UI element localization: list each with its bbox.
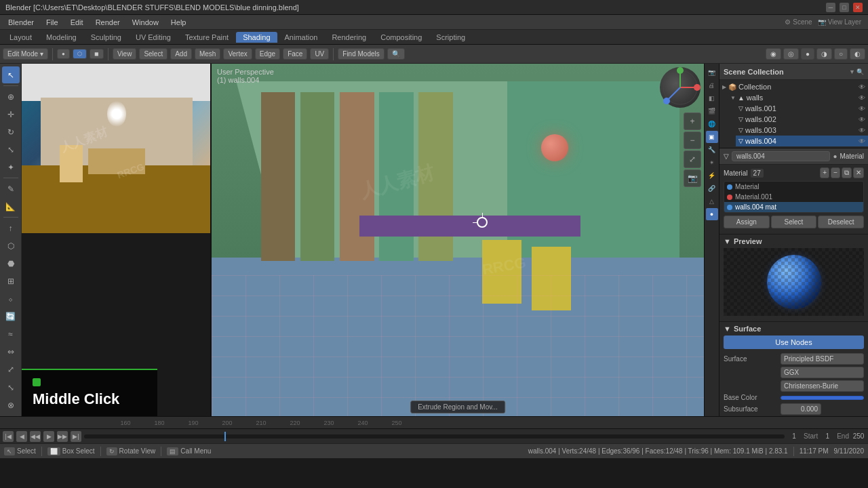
tool-cursor[interactable]: ⊕ <box>2 88 20 105</box>
collapse-preview-icon[interactable]: ▼ <box>724 237 731 245</box>
tool-smooth[interactable]: ≈ <box>2 326 20 343</box>
add-menu-btn[interactable]: Add <box>170 48 192 60</box>
walls001-visibility[interactable]: 👁 <box>859 105 865 113</box>
tool-loop-cut[interactable]: ⊞ <box>2 273 20 290</box>
mesh-menu-btn[interactable]: Mesh <box>195 48 220 60</box>
mat-slot-active[interactable]: walls.004 mat <box>724 202 863 212</box>
xray-btn[interactable]: ◎ <box>783 48 799 60</box>
outliner-item-walls003[interactable]: ▽ walls.003 👁 <box>736 125 868 136</box>
3d-viewport[interactable]: User Perspective (1) walls.004 <box>212 64 704 416</box>
face-menu-btn[interactable]: Face <box>283 48 307 60</box>
mat-slot-1[interactable]: Material.001 <box>724 192 863 202</box>
tool-poly-build[interactable]: ⬦ <box>2 291 20 308</box>
select-btn[interactable]: Select <box>771 216 817 228</box>
tool-select[interactable]: ↖ <box>2 66 20 83</box>
tool-inset[interactable]: ⬡ <box>2 237 20 254</box>
particle-props-btn[interactable]: ✴ <box>706 157 718 169</box>
toggle-camera-btn[interactable]: 📷 <box>684 169 701 187</box>
visibility-icon[interactable]: 👁 <box>859 83 865 91</box>
output-props-btn[interactable]: 🖨 <box>706 79 718 92</box>
vertex-mode-btn[interactable]: ● <box>57 49 70 59</box>
outliner-item-walls002[interactable]: ▽ walls.002 👁 <box>736 114 868 125</box>
select-menu-btn[interactable]: Select <box>139 48 167 60</box>
remove-material-btn[interactable]: − <box>831 167 840 178</box>
outliner-item-walls[interactable]: ▼ ▲ walls 👁 <box>728 92 868 103</box>
zoom-fit-btn[interactable]: ⤢ <box>684 150 701 168</box>
start-frame[interactable]: 1 <box>821 432 834 440</box>
tool-rip[interactable]: ⊗ <box>2 396 20 413</box>
collection-item-scene[interactable]: ▶ 📦 Collection 👁 <box>719 81 868 92</box>
menu-window[interactable]: Window <box>127 17 164 28</box>
walls004-visibility[interactable]: 👁 <box>859 138 865 145</box>
play-btn[interactable]: ▶ <box>43 431 54 442</box>
data-props-btn[interactable]: △ <box>706 195 718 207</box>
object-name-field[interactable]: walls.004 <box>732 151 830 161</box>
tab-modeling[interactable]: Modeling <box>39 32 83 43</box>
surface-type-value[interactable]: Principled BSDF <box>781 353 864 365</box>
close-button[interactable]: ✕ <box>853 3 863 12</box>
zoom-in-btn[interactable]: + <box>684 113 701 130</box>
current-frame[interactable]: 1 <box>787 432 801 440</box>
material-props-btn[interactable]: ● <box>706 208 718 220</box>
jump-end-btn[interactable]: ▶| <box>71 431 81 442</box>
walls002-visibility[interactable]: 👁 <box>859 116 865 123</box>
uv-menu-btn[interactable]: UV <box>310 48 329 60</box>
tool-shear[interactable]: ⤡ <box>2 379 20 396</box>
shading-solid-btn[interactable]: ● <box>801 48 814 60</box>
overlay-btn[interactable]: ◉ <box>766 48 781 60</box>
find-models-btn[interactable]: Find Models <box>338 48 384 60</box>
outliner-item-walls001[interactable]: ▽ walls.001 👁 <box>736 103 868 114</box>
tool-scale[interactable]: ⤡ <box>2 141 20 158</box>
jump-back-btn[interactable]: ◀ <box>16 431 27 442</box>
menu-render[interactable]: Render <box>90 17 125 28</box>
zoom-out-btn[interactable]: − <box>684 131 701 149</box>
paste-material-btn[interactable]: ✕ <box>853 167 864 178</box>
timeline-track[interactable] <box>84 434 785 439</box>
add-material-btn[interactable]: + <box>820 167 829 178</box>
edge-mode-btn[interactable]: ⬡ <box>73 49 87 59</box>
tab-sculpting[interactable]: Sculpting <box>84 32 128 43</box>
tab-rendering[interactable]: Rendering <box>325 32 373 43</box>
tab-scripting[interactable]: Scripting <box>429 32 472 43</box>
view-layer-props-btn[interactable]: ◧ <box>706 92 718 104</box>
shading-material-btn[interactable]: ◑ <box>816 48 832 60</box>
tab-texture-paint[interactable]: Texture Paint <box>178 32 235 43</box>
tool-spin[interactable]: 🔄 <box>2 308 20 325</box>
world-props-btn[interactable]: 🌐 <box>706 118 718 130</box>
scene-props-btn[interactable]: 🎬 <box>706 105 718 117</box>
base-color-swatch[interactable] <box>781 396 864 400</box>
shading-rendered-btn[interactable]: ○ <box>834 48 848 60</box>
constraints-props-btn[interactable]: 🔗 <box>706 182 718 195</box>
tool-annotate[interactable]: ✎ <box>2 180 20 197</box>
tool-shrink[interactable]: ⤢ <box>2 361 20 378</box>
tab-uv-editing[interactable]: UV Editing <box>129 32 178 43</box>
shading-eevee-btn[interactable]: ◐ <box>850 48 865 60</box>
tab-animation[interactable]: Animation <box>278 32 325 43</box>
render-props-btn[interactable]: 📷 <box>706 66 718 79</box>
mat-slot-0[interactable]: Material <box>724 182 863 192</box>
view-menu-btn[interactable]: View <box>113 48 137 60</box>
assign-btn[interactable]: Assign <box>724 216 770 228</box>
menu-blender[interactable]: Blender <box>3 17 39 28</box>
tool-rotate[interactable]: ↻ <box>2 123 20 140</box>
object-props-btn[interactable]: ▣ <box>706 131 718 143</box>
tool-edge-slide[interactable]: ⇔ <box>2 344 20 361</box>
distribution-value[interactable]: GGX <box>781 367 864 378</box>
tab-layout[interactable]: Layout <box>3 32 39 43</box>
tool-measure[interactable]: 📐 <box>2 198 20 215</box>
edit-mode-dropdown[interactable]: Edit Mode ▾ <box>3 48 48 60</box>
tool-move[interactable]: ✛ <box>2 106 20 123</box>
menu-file[interactable]: File <box>41 17 64 28</box>
menu-edit[interactable]: Edit <box>65 17 89 28</box>
deselect-btn[interactable]: Deselect <box>818 216 864 228</box>
menu-help[interactable]: Help <box>165 17 192 28</box>
maximize-button[interactable]: □ <box>840 3 849 12</box>
end-frame[interactable]: 250 <box>852 432 865 440</box>
subsurface-value[interactable]: 0.000 <box>781 403 821 415</box>
navigation-gizmo[interactable] <box>660 67 701 108</box>
modifier-props-btn[interactable]: 🔧 <box>706 144 718 156</box>
filter-icon[interactable]: ▼ <box>849 68 855 75</box>
tab-compositing[interactable]: Compositing <box>374 32 429 43</box>
edge-menu-btn[interactable]: Edge <box>255 48 280 60</box>
physics-props-btn[interactable]: ⚡ <box>706 169 718 182</box>
